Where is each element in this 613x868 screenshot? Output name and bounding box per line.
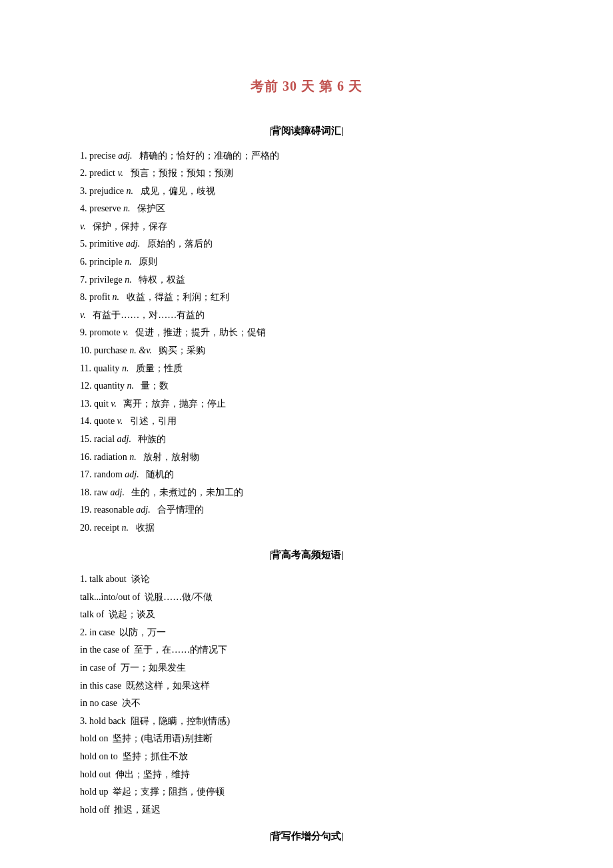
vocab-item-pos: adj.	[126, 239, 140, 249]
vocab-item-pos: n.	[127, 381, 134, 391]
vocab-item-number: 7.	[80, 275, 87, 285]
vocab-item-definition: 量；数	[141, 381, 169, 391]
page: 考前 30 天 第 6 天 |背阅读障碍词汇| 1. precise adj. …	[0, 0, 613, 868]
vocab-item-pos: adj.	[111, 487, 125, 497]
vocab-item-word: raw	[94, 487, 108, 497]
phrase-item-main: talk about	[89, 574, 127, 584]
vocab-item-number: 10.	[80, 345, 92, 355]
vocab-item-number: 18.	[80, 487, 92, 497]
vocab-item: 11. quality n. 质量；性质	[80, 360, 533, 378]
vocab-item-pos: n.	[125, 275, 132, 285]
phrase-item-number: 2.	[80, 627, 87, 637]
vocab-item-word: profit	[89, 292, 110, 302]
phrase-sub-main: hold out	[80, 769, 111, 779]
vocab-item-word: reasonable	[94, 505, 134, 515]
vocab-item-number: 9.	[80, 327, 87, 337]
vocab-item-number: 13.	[80, 399, 92, 409]
phrase-item-number: 3.	[80, 716, 87, 726]
vocab-item-pos: adj.	[136, 505, 150, 515]
phrase-sub-main: hold off	[80, 805, 109, 815]
phrase-sub-main: hold up	[80, 787, 108, 797]
vocab-item-definition: 随机的	[146, 469, 174, 479]
vocab-item: 8. profit n. 收益，得益；利润；红利	[80, 289, 533, 307]
phrase-sub-definition: 万一；如果发生	[121, 663, 186, 673]
vocab-item-word: quote	[94, 416, 115, 426]
vocab-item-definition: 特权，权益	[139, 275, 185, 285]
vocab-list: 1. precise adj. 精确的；恰好的；准确的；严格的2. predic…	[80, 147, 533, 537]
phrase-item-main: hold back	[89, 716, 126, 726]
vocab-item-definition: 收据	[136, 523, 155, 533]
phrase-sub-main: in no case	[80, 698, 117, 708]
phrase-item-definition: 谈论	[131, 574, 150, 584]
vocab-item: 15. racial adj. 种族的	[80, 431, 533, 449]
vocab-item-number: 20.	[80, 523, 92, 533]
vocab-item-word: preserve	[89, 203, 121, 213]
phrase-sub-item: in the case of 至于，在……的情况下	[80, 641, 533, 659]
vocab-item: 17. random adj. 随机的	[80, 466, 533, 484]
phrase-sub-main: hold on to	[80, 751, 118, 761]
phrase-sub-definition: 坚持；抓住不放	[123, 751, 188, 761]
vocab-item-pos: adj.	[117, 434, 131, 444]
vocab-item-word: random	[94, 469, 123, 479]
vocab-item-word: promote	[89, 327, 121, 337]
vocab-item: 6. principle n. 原则	[80, 253, 533, 271]
phrase-sub-item: in case of 万一；如果发生	[80, 659, 533, 677]
vocab-item-word: receipt	[94, 523, 119, 533]
phrase-sub-definition: 举起；支撑；阻挡，使停顿	[113, 787, 225, 797]
vocab-item-pos: v.	[123, 327, 129, 337]
phrase-sub-definition: 至于，在……的情况下	[134, 645, 227, 655]
phrase-sub-item: hold up 举起；支撑；阻挡，使停顿	[80, 783, 533, 801]
vocab-item-pos: v.	[111, 399, 117, 409]
phrase-sub-main: in this case	[80, 681, 121, 691]
phrase-sub-definition: 说起；谈及	[109, 609, 155, 619]
vocab-item-number: 17.	[80, 469, 92, 479]
vocab-item-pos: n.	[122, 523, 129, 533]
vocab-item-word: quit	[94, 399, 109, 409]
vocab-item-definition: 合乎情理的	[157, 505, 204, 515]
vocab-item-definition: 放射，放射物	[143, 452, 199, 462]
vocab-item-pos: n.	[123, 203, 131, 213]
vocab-item-word: quantity	[94, 381, 125, 391]
vocab-item-definition: 收益，得益；利润；红利	[127, 292, 229, 302]
vocab-item-pos: n.	[122, 363, 129, 373]
vocab-item-word: racial	[94, 434, 115, 444]
phrase-sub-item: hold out 伸出；坚持，维持	[80, 766, 533, 784]
phrase-item-number: 1.	[80, 574, 87, 584]
phrase-sub-item: hold on to 坚持；抓住不放	[80, 748, 533, 766]
vocab-item-number: 19.	[80, 505, 92, 515]
vocab-item-number: 15.	[80, 434, 92, 444]
vocab-item-definition: 引述，引用	[130, 416, 177, 426]
phrase-sub-item: in no case 决不	[80, 695, 533, 713]
phrase-sub-definition: 推迟，延迟	[114, 805, 161, 815]
vocab-item: 14. quote v. 引述，引用	[80, 413, 533, 431]
vocab-item-pos: n.	[127, 186, 134, 196]
vocab-item-word: purchase	[94, 345, 127, 355]
page-title: 考前 30 天 第 6 天	[80, 73, 533, 99]
section-heading-writing-text: |背写作增分句式|	[269, 827, 344, 846]
phrase-item: 3. hold back 阻碍，隐瞒，控制(情感)	[80, 713, 533, 731]
section-heading-vocab: |背阅读障碍词汇|	[80, 121, 533, 141]
phrase-sub-definition: 说服……做/不做	[145, 592, 213, 602]
vocab-item-extra-pos: v.	[80, 221, 86, 231]
phrase-sub-item: hold on 坚持；(电话用语)别挂断	[80, 730, 533, 748]
vocab-item: 3. prejudice n. 成见，偏见，歧视	[80, 183, 533, 201]
vocab-item-number: 16.	[80, 452, 92, 462]
vocab-item-extra: v. 有益于……，对……有益的	[80, 307, 533, 325]
vocab-item-number: 4.	[80, 203, 87, 213]
phrase-sub-item: talk...into/out of 说服……做/不做	[80, 589, 533, 607]
vocab-item-definition: 质量；性质	[136, 363, 183, 373]
vocab-item-number: 14.	[80, 416, 92, 426]
phrase-sub-definition: 伸出；坚持，维持	[115, 769, 190, 779]
vocab-item: 4. preserve n. 保护区	[80, 200, 533, 218]
vocab-item: 7. privilege n. 特权，权益	[80, 271, 533, 289]
vocab-item: 16. radiation n. 放射，放射物	[80, 449, 533, 467]
vocab-item-number: 6.	[80, 257, 87, 267]
vocab-item-pos: v.	[117, 168, 123, 178]
vocab-item-definition: 生的，未煮过的，未加工的	[131, 487, 243, 497]
phrase-sub-definition: 决不	[122, 698, 141, 708]
vocab-item-number: 3.	[80, 186, 87, 196]
phrase-sub-main: in the case of	[80, 645, 129, 655]
section-heading-phrases-text: |背高考高频短语|	[269, 545, 344, 565]
vocab-item-word: predict	[89, 168, 115, 178]
phrase-sub-main: in case of	[80, 663, 116, 673]
